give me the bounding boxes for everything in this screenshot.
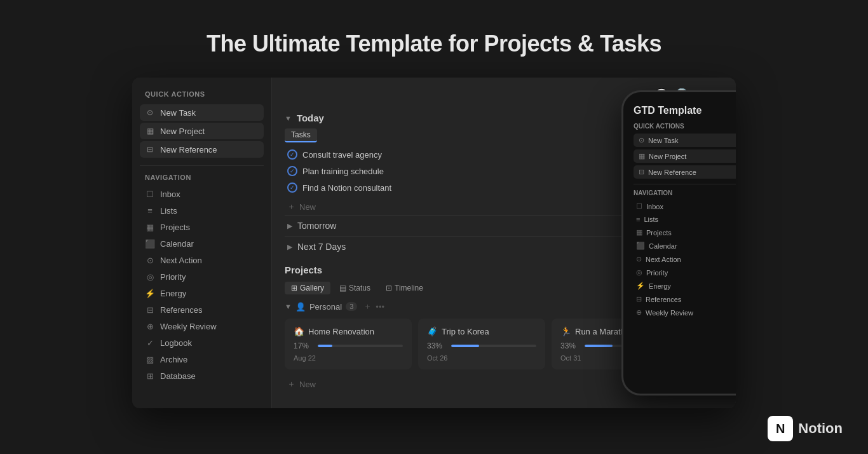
group-toggle: ▼ xyxy=(285,303,292,310)
phone-nav-references[interactable]: ⊟ References xyxy=(634,293,736,305)
inbox-icon: ☐ xyxy=(145,189,155,199)
phone-new-reference-btn[interactable]: ⊟ New Reference ••• xyxy=(634,165,736,179)
notion-brand: N Notion xyxy=(768,416,843,441)
marathon-icon: 🏃 xyxy=(560,326,571,336)
home-icon: 🏠 xyxy=(294,326,304,336)
app-window: Quick Actions ⊙ New Task ▦ New Project ⊟… xyxy=(132,78,736,408)
sidebar-item-energy[interactable]: ⚡ Energy xyxy=(140,285,264,301)
project-card-korea[interactable]: 🧳 Trip to Korea 33% Oct 26 xyxy=(418,319,545,369)
project-card-home[interactable]: 🏠 Home Renovation 17% Aug 22 xyxy=(285,319,412,369)
calendar-icon: ⬛ xyxy=(145,238,155,249)
new-reference-button[interactable]: ⊟ New Reference xyxy=(140,141,264,158)
card-percent: 33% xyxy=(427,341,447,350)
phone-nav-weekly-review[interactable]: ⊕ Weekly Review xyxy=(634,306,736,319)
proj-tab-status[interactable]: ▤ Status xyxy=(333,282,377,294)
plus-icon: ＋ xyxy=(287,378,295,390)
phone-mockup: GTD Template Quick Actions ⊙ New Task ••… xyxy=(621,90,736,396)
card-progress: 17% xyxy=(294,341,403,350)
bookmark-icon: ⊟ xyxy=(145,144,155,155)
tab-tasks[interactable]: Tasks xyxy=(285,128,317,142)
sidebar-item-next-action[interactable]: ⊙ Next Action xyxy=(140,252,264,268)
phone-nav-projects[interactable]: ▦ Projects xyxy=(634,226,736,238)
phone-calendar-icon: ⬛ xyxy=(636,242,645,250)
phone-next-action-icon: ⊙ xyxy=(636,255,642,263)
phone-new-project-btn[interactable]: ▦ New Project ••• xyxy=(634,149,736,163)
group-icon: 👤 xyxy=(295,302,306,312)
task-checkbox[interactable] xyxy=(287,166,297,176)
card-date: Oct 26 xyxy=(427,354,536,362)
sidebar-item-database[interactable]: ⊞ Database xyxy=(140,368,264,383)
phone-projects-icon: ▦ xyxy=(636,228,642,237)
proj-tab-timeline[interactable]: ⊡ Timeline xyxy=(379,282,430,294)
phone-new-task-btn[interactable]: ⊙ New Task ••• xyxy=(634,134,736,147)
plus-icon: ＋ xyxy=(287,201,295,212)
phone-navigation-label: Navigation xyxy=(634,189,736,196)
divider xyxy=(140,165,264,166)
sidebar-item-weekly-review[interactable]: ⊕ Weekly Review xyxy=(140,319,264,334)
sidebar-item-lists[interactable]: ≡ Lists xyxy=(140,203,264,218)
phone-nav-priority[interactable]: ◎ Priority xyxy=(634,266,736,279)
phone-nav-next-action[interactable]: ⊙ Next Action xyxy=(634,253,736,265)
weekly-review-icon: ⊕ xyxy=(145,321,155,331)
phone-priority-icon: ◎ xyxy=(636,268,642,277)
phone-reference-icon: ⊟ xyxy=(639,168,644,176)
navigation-title: Navigation xyxy=(140,174,264,181)
card-progress: 33% xyxy=(427,341,536,350)
progress-bar-bg xyxy=(318,345,403,347)
sidebar-item-priority[interactable]: ◎ Priority xyxy=(140,269,264,284)
tomorrow-title: Tomorrow xyxy=(297,221,336,231)
archive-icon: ▨ xyxy=(145,354,155,364)
page-main-title: The Ultimate Template for Projects & Tas… xyxy=(207,31,661,57)
sidebar-item-inbox[interactable]: ☐ Inbox xyxy=(140,186,264,202)
new-task-button[interactable]: ⊙ New Task xyxy=(140,104,264,121)
group-more-icon[interactable]: ••• xyxy=(376,302,384,312)
notion-logo: N xyxy=(768,416,793,441)
notion-wordmark: Notion xyxy=(798,420,843,437)
priority-icon: ◎ xyxy=(145,272,155,282)
phone-divider xyxy=(634,184,736,184)
sidebar-item-logbook[interactable]: ✓ Logbook xyxy=(140,335,264,350)
phone-nav-calendar[interactable]: ⬛ Calendar xyxy=(634,240,736,252)
phone-nav-inbox[interactable]: ☐ Inbox xyxy=(634,200,736,212)
logbook-icon: ✓ xyxy=(145,338,155,348)
next-action-icon: ⊙ xyxy=(145,255,155,265)
proj-tab-gallery[interactable]: ⊞ Gallery xyxy=(285,282,330,294)
korea-icon: 🧳 xyxy=(427,326,438,336)
progress-bar-fill xyxy=(585,345,613,347)
timeline-icon: ⊡ xyxy=(386,284,392,292)
projects-title: Projects xyxy=(285,265,322,275)
progress-bar-fill xyxy=(451,345,479,347)
energy-icon: ⚡ xyxy=(145,288,155,298)
task-checkbox[interactable] xyxy=(287,149,297,160)
task-checkbox[interactable] xyxy=(287,182,297,193)
next7-title: Next 7 Days xyxy=(297,242,346,252)
phone-nav-lists[interactable]: ≡ Lists xyxy=(634,214,736,225)
phone-lists-icon: ≡ xyxy=(636,216,640,223)
phone-nav-energy[interactable]: ⚡ Energy xyxy=(634,280,736,292)
quick-actions-title: Quick Actions xyxy=(140,90,264,98)
task-label: Plan training schedule xyxy=(302,167,654,176)
tomorrow-toggle: ▶ xyxy=(287,222,292,230)
sidebar-item-archive[interactable]: ▨ Archive xyxy=(140,352,264,367)
today-toggle: ▼ xyxy=(285,114,292,122)
card-header: 🧳 Trip to Korea xyxy=(427,326,536,336)
projects-icon: ▦ xyxy=(145,222,155,232)
database-icon: ⊞ xyxy=(145,371,155,381)
phone-inbox-icon: ☐ xyxy=(636,202,642,210)
group-add-icon[interactable]: ＋ xyxy=(363,301,372,312)
sidebar-item-references[interactable]: ⊟ References xyxy=(140,302,264,317)
progress-bar-bg xyxy=(451,345,536,347)
sidebar-item-calendar[interactable]: ⬛ Calendar xyxy=(140,236,264,251)
sidebar-item-projects[interactable]: ▦ Projects xyxy=(140,219,264,235)
references-icon: ⊟ xyxy=(145,305,155,315)
phone-quick-actions-label: Quick Actions xyxy=(634,123,736,130)
lists-icon: ≡ xyxy=(145,205,155,216)
card-name: Trip to Korea xyxy=(442,327,489,336)
group-count: 3 xyxy=(346,302,357,311)
task-label: Find a Notion consultant xyxy=(302,183,637,193)
phone-weekly-icon: ⊕ xyxy=(636,308,642,317)
new-project-button[interactable]: ▦ New Project xyxy=(140,123,264,139)
card-percent: 17% xyxy=(294,341,314,350)
status-icon: ▤ xyxy=(339,284,346,292)
card-percent: 33% xyxy=(560,341,581,350)
